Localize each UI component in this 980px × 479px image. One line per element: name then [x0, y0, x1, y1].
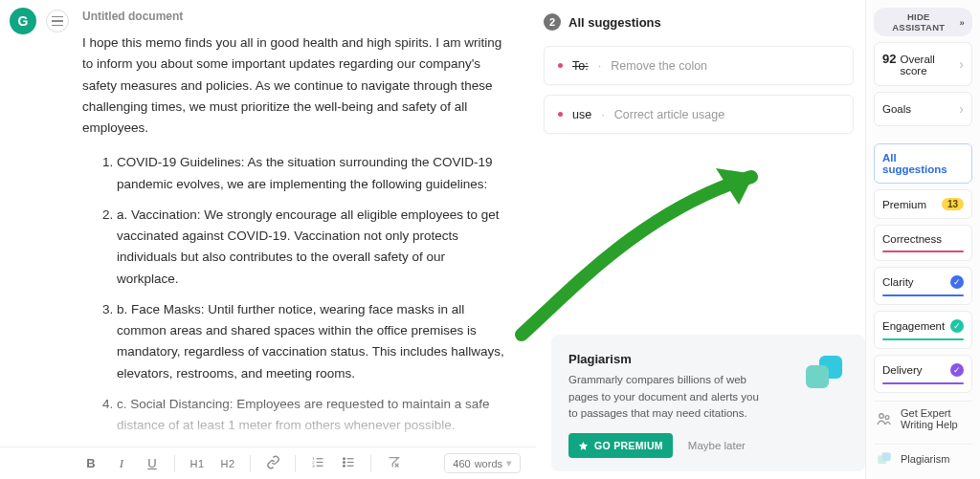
svg-point-9: [343, 457, 345, 459]
divider: [250, 455, 251, 472]
plagiarism-link[interactable]: Plagiarism: [874, 444, 972, 473]
tab-engagement[interactable]: Engagement ✓: [874, 311, 972, 349]
hide-assistant-button[interactable]: HIDE ASSISTANT»: [874, 8, 972, 36]
go-premium-button[interactable]: GO PREMIUM: [568, 433, 673, 458]
document-body[interactable]: I hope this memo finds you all in good h…: [82, 33, 509, 479]
word-count[interactable]: 460 words ▾: [444, 453, 521, 473]
plagiarism-promo: Plagiarism Grammarly compares billions o…: [551, 335, 865, 471]
plagiarism-icon: [806, 356, 844, 394]
correctness-dot-icon: [558, 63, 563, 68]
category-underline: [882, 250, 964, 252]
suggestion-count-badge: 2: [544, 13, 561, 31]
check-icon: ✓: [950, 319, 964, 333]
check-icon: ✓: [950, 275, 964, 289]
suggestion-card[interactable]: To: · Remove the colon: [544, 46, 854, 85]
suggestion-term: To:: [572, 59, 589, 73]
link-button[interactable]: [264, 455, 281, 472]
svg-rect-17: [882, 452, 891, 461]
suggestion-hint: Correct article usage: [614, 108, 724, 121]
clear-format-button[interactable]: [385, 455, 402, 472]
h2-button[interactable]: H2: [219, 458, 236, 469]
svg-point-15: [885, 416, 889, 420]
divider: [174, 455, 175, 472]
chevron-right-icon: ›: [959, 101, 964, 117]
suggestion-term: use: [572, 108, 591, 121]
svg-point-11: [343, 465, 345, 467]
category-underline: [882, 338, 964, 340]
h1-button[interactable]: H1: [189, 458, 206, 469]
goals-panel[interactable]: Goals ›: [874, 92, 972, 126]
bold-button[interactable]: B: [82, 456, 100, 470]
divider: [295, 455, 296, 472]
format-toolbar: B I U H1 H2 123 460 words: [0, 446, 536, 479]
svg-text:3: 3: [312, 463, 315, 468]
svg-point-14: [880, 414, 884, 419]
suggestion-card[interactable]: use · Correct article usage: [544, 95, 854, 134]
svg-point-10: [343, 461, 345, 463]
numbered-list-button[interactable]: 123: [309, 455, 326, 472]
maybe-later-link[interactable]: Maybe later: [688, 440, 746, 451]
doc-list-item[interactable]: c. Social Distancing: Employees are requ…: [117, 394, 509, 437]
expert-help-link[interactable]: Get ExpertWriting Help: [874, 401, 972, 436]
correctness-dot-icon: [558, 112, 563, 117]
underline-button[interactable]: U: [144, 456, 161, 470]
tab-all-suggestions[interactable]: All suggestions: [874, 143, 972, 184]
category-underline: [882, 382, 964, 384]
check-icon: ✓: [950, 363, 964, 377]
chevron-right-icon: ›: [959, 56, 964, 72]
document-title[interactable]: Untitled document: [82, 10, 509, 23]
chevron-right-icon: »: [960, 17, 965, 28]
italic-button[interactable]: I: [113, 456, 130, 471]
tab-premium[interactable]: Premium 13: [874, 189, 972, 219]
doc-list-item[interactable]: b. Face Masks: Until further notice, wea…: [117, 299, 509, 384]
doc-list-item[interactable]: COVID-19 Guidelines: As the situation su…: [117, 152, 509, 195]
tab-delivery[interactable]: Delivery ✓: [874, 355, 972, 393]
overall-score-panel[interactable]: 92Overall score ›: [874, 42, 972, 86]
tab-correctness[interactable]: Correctness: [874, 225, 972, 261]
divider: [370, 455, 371, 472]
doc-paragraph[interactable]: I hope this memo finds you all in good h…: [82, 33, 509, 139]
menu-icon[interactable]: [46, 10, 69, 33]
bullet-list-button[interactable]: [340, 455, 357, 472]
tab-clarity[interactable]: Clarity ✓: [874, 267, 972, 305]
premium-count-badge: 13: [942, 198, 964, 210]
category-underline: [882, 294, 964, 296]
suggestion-hint: Remove the colon: [611, 59, 707, 73]
grammarly-logo-icon[interactable]: G: [10, 8, 36, 34]
doc-list-item[interactable]: a. Vaccination: We strongly encourage al…: [117, 205, 509, 290]
suggestions-header: 2 All suggestions: [544, 13, 854, 31]
promo-body: Grammarly compares billions of web pages…: [568, 372, 769, 422]
